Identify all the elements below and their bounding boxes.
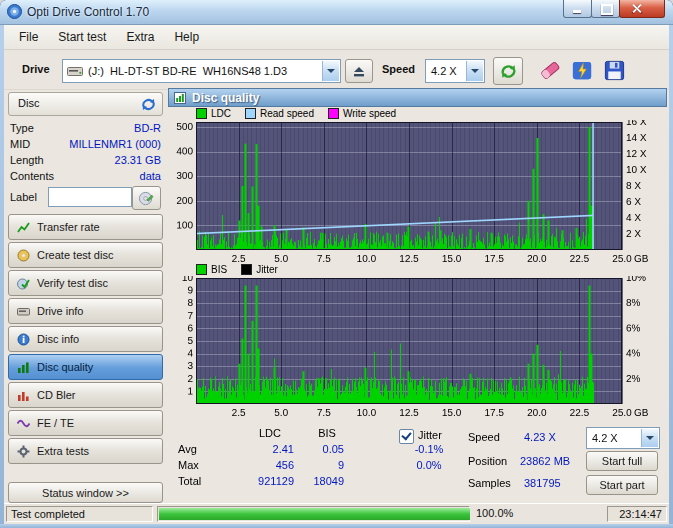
speed-value: 4.2 X [426, 65, 457, 77]
speed-select[interactable]: 4.2 X [425, 59, 485, 83]
start-full-button[interactable]: Start full [586, 451, 658, 471]
start-part-button[interactable]: Start part [586, 475, 658, 495]
sidebar-item-disc-quality[interactable]: Disc quality [8, 354, 163, 380]
menu-extra[interactable]: Extra [116, 27, 164, 47]
test-speed-dropdown-arrow[interactable] [641, 429, 658, 447]
sidebar-item-label: Drive info [37, 305, 83, 317]
minimize-button[interactable] [563, 0, 592, 18]
eject-icon [352, 65, 366, 78]
menu-file[interactable]: File [9, 27, 48, 47]
verify-test-disc-icon [17, 277, 30, 290]
close-button[interactable] [619, 0, 665, 18]
menu-start-test[interactable]: Start test [48, 27, 116, 47]
bottom-chart-canvas [168, 276, 668, 418]
legend-item-write-speed: Write speed [328, 108, 396, 119]
sidebar-item-drive-info[interactable]: Drive info [8, 298, 163, 324]
legend-label: Read speed [260, 108, 314, 119]
bottom-chart-legend: BISJitter [196, 264, 278, 275]
sidebar-item-disc-info[interactable]: Disc info [8, 326, 163, 352]
refresh-disc-icon [140, 96, 157, 113]
speed-dropdown-arrow[interactable] [466, 61, 483, 81]
jitter-checkbox[interactable] [399, 429, 414, 444]
max-row-label: Max [178, 459, 199, 471]
sidebar-item-label: FE / TE [37, 417, 74, 429]
label-input[interactable] [48, 187, 132, 207]
legend-label: Jitter [256, 264, 278, 275]
extra-tests-icon [17, 445, 30, 458]
eject-button[interactable] [345, 59, 373, 83]
cd-bler-icon [17, 389, 30, 402]
sidebar-item-verify-test-disc[interactable]: Verify test disc [8, 270, 163, 296]
mid-value: MILLENMR1 (000) [69, 138, 161, 154]
toolbar: Drive (J:) HL-DT-ST BD-RE WH16NS48 1.D3 … [1, 50, 672, 90]
window-edge-right [669, 24, 673, 528]
total-bis-value: 18049 [302, 475, 344, 487]
refresh-disc-button[interactable] [138, 95, 158, 113]
title-bar[interactable]: Opti Drive Control 1.70 [0, 0, 673, 25]
sidebar-item-extra-tests[interactable]: Extra tests [8, 438, 163, 464]
sidebar-item-label: CD Bler [37, 389, 76, 401]
legend-label: BIS [211, 264, 227, 275]
refresh-icon [499, 62, 518, 81]
mid-label: MID [10, 138, 30, 154]
legend-swatch [196, 264, 207, 275]
progress-fill [159, 508, 470, 520]
page-title: Disc quality [192, 91, 259, 105]
test-speed-value: 4.2 X [587, 432, 618, 444]
max-bis-value: 9 [302, 459, 344, 471]
disc-info-row-contents: Contents data [10, 170, 161, 186]
erase-disc-button[interactable] [537, 57, 563, 83]
disc-info-row-type: Type BD-R [10, 122, 161, 138]
tools-button[interactable] [569, 57, 595, 83]
disc-info-row-length: Length 23.31 GB [10, 154, 161, 170]
ldc-column-header: LDC [240, 427, 300, 439]
sidebar-item-transfer-rate[interactable]: Transfer rate [8, 214, 163, 240]
edit-label-button[interactable] [132, 186, 161, 210]
drive-select[interactable]: (J:) HL-DT-ST BD-RE WH16NS48 1.D3 [62, 59, 341, 83]
top-chart-canvas [168, 120, 668, 270]
sidebar-item-label: Disc info [37, 333, 79, 345]
sidebar-item-label: Extra tests [37, 445, 89, 457]
drive-icon [67, 66, 83, 77]
minimize-icon [573, 10, 581, 13]
legend-label: Write speed [343, 108, 396, 119]
drive-dropdown-arrow[interactable] [322, 61, 339, 81]
status-message-cell: Test completed [6, 506, 153, 522]
refresh-speeds-button[interactable] [493, 57, 523, 85]
fe-te-icon [17, 417, 30, 430]
sidebar-item-cd-bler[interactable]: CD Bler [8, 382, 163, 408]
status-window-button[interactable]: Status window >> [8, 482, 163, 503]
jitter-avg-value: -0.1% [405, 443, 453, 455]
start-part-label: Start part [599, 479, 644, 491]
max-ldc-value: 456 [240, 459, 294, 471]
sidebar-item-create-test-disc[interactable]: Create test disc [8, 242, 163, 268]
disc-quality-icon [17, 361, 30, 374]
time-cell: 23:14:47 [607, 506, 667, 522]
disc-quality-header-icon [174, 92, 186, 104]
position-value: 23862 MB [520, 455, 570, 467]
maximize-button[interactable] [591, 0, 620, 18]
check-icon [401, 430, 411, 441]
window-title: Opti Drive Control 1.70 [27, 5, 149, 19]
status-window-label: Status window >> [42, 487, 129, 499]
speed-result-label: Speed [468, 431, 500, 443]
progress-bar [157, 506, 470, 522]
avg-ldc-value: 2.41 [240, 443, 294, 455]
legend-item-ldc: LDC [196, 108, 231, 119]
total-row-label: Total [178, 475, 201, 487]
sidebar-item-fe-te[interactable]: FE / TE [8, 410, 163, 436]
tools-icon [571, 59, 594, 82]
speed-result-value: 4.23 X [524, 431, 556, 443]
app-icon [7, 4, 22, 19]
disc-label-icon [138, 190, 155, 207]
sidebar-item-label: Create test disc [37, 249, 113, 261]
legend-swatch [241, 264, 252, 275]
test-speed-select[interactable]: 4.2 X [586, 427, 660, 449]
samples-value: 381795 [524, 477, 561, 489]
disc-info-icon [17, 333, 30, 346]
save-button[interactable] [601, 57, 627, 83]
menu-help[interactable]: Help [164, 27, 209, 47]
window-edge-bottom [0, 524, 673, 528]
avg-row-label: Avg [178, 443, 197, 455]
drive-label: Drive [22, 63, 50, 75]
